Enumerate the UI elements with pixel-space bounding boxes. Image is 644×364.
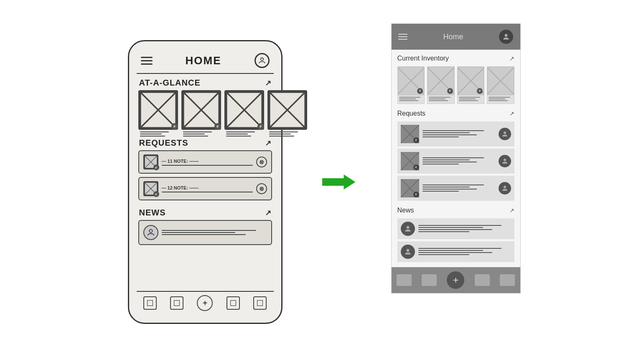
svg-line-12 xyxy=(269,92,305,128)
sketch-inv-item[interactable]: # xyxy=(138,90,178,130)
mockup-inv-badge: # xyxy=(417,88,423,94)
mockup-nav-home-icon[interactable] xyxy=(397,274,412,286)
mockup-phone: Home Current Inventory ↗ xyxy=(391,23,521,293)
mockup-news-lines xyxy=(418,248,511,255)
mockup-inv-image: # xyxy=(428,67,454,95)
mockup-nav-list-icon[interactable] xyxy=(422,274,437,286)
mockup-nav-notifications-icon[interactable] xyxy=(475,274,490,286)
mockup-avatar-icon[interactable] xyxy=(499,30,513,44)
mockup-inventory-title: Current Inventory xyxy=(397,55,449,62)
sketch-at-a-glance-header: AT-A-GLANCE ↗ xyxy=(137,74,274,90)
svg-rect-4 xyxy=(183,92,219,128)
sketch-nav-home-icon[interactable] xyxy=(143,296,157,310)
mockup-news-list xyxy=(397,218,514,262)
svg-rect-21 xyxy=(174,301,180,306)
sketch-req-note-label: — 12 NOTE: —— xyxy=(162,185,253,190)
svg-point-49 xyxy=(406,226,409,229)
sketch-req-badge: # xyxy=(153,191,159,197)
sketch-hamburger-icon[interactable] xyxy=(141,57,153,65)
main-container: HOME AT-A-GLANCE ↗ # xyxy=(0,0,644,364)
sketch-req-line xyxy=(162,192,253,192)
mockup-inv-lines xyxy=(458,95,484,104)
mockup-req-lines xyxy=(423,130,495,137)
mockup-nav-add-button[interactable]: + xyxy=(447,271,464,289)
sketch-requests-export-icon[interactable]: ↗ xyxy=(265,139,271,148)
sketch-nav-add-icon[interactable]: + xyxy=(197,295,213,311)
sketch-news-export-icon[interactable]: ↗ xyxy=(265,208,271,217)
sketch-inv-lines xyxy=(225,131,263,136)
svg-point-50 xyxy=(406,249,409,252)
mockup-request-item[interactable]: # xyxy=(397,121,514,147)
mockup-header: Home xyxy=(392,24,520,50)
mockup-inventory-grid: # # xyxy=(397,66,514,104)
sketch-req-thumb: # xyxy=(143,154,158,169)
sketch-news-item[interactable] xyxy=(138,220,272,245)
svg-point-40 xyxy=(504,131,506,134)
mockup-req-badge: # xyxy=(413,137,419,143)
svg-line-11 xyxy=(269,92,305,128)
sketch-nav-list-icon[interactable] xyxy=(170,296,183,310)
mockup-news-item[interactable] xyxy=(397,241,514,262)
svg-rect-1 xyxy=(140,92,176,128)
mockup-inv-item[interactable]: # xyxy=(427,66,455,104)
mockup-inv-lines xyxy=(398,95,425,104)
mockup-req-avatar-icon xyxy=(499,182,511,195)
sketch-req-action-icon[interactable]: ⊗ xyxy=(256,183,267,194)
mockup-req-lines xyxy=(423,185,495,192)
mockup-inv-image: # xyxy=(458,67,484,95)
sketch-request-item[interactable]: # — 12 NOTE: —— ⊗ xyxy=(138,177,272,200)
mockup-inv-image: # xyxy=(398,67,425,95)
mockup-inv-lines xyxy=(487,95,514,104)
mockup-news-item[interactable] xyxy=(397,218,514,239)
mockup-inv-item[interactable] xyxy=(487,66,514,104)
svg-line-9 xyxy=(226,92,262,128)
sketch-req-content: — 11 NOTE: —— xyxy=(162,159,253,166)
sketch-news-content xyxy=(162,230,267,235)
mockup-req-avatar-icon xyxy=(499,155,511,167)
svg-point-44 xyxy=(504,159,506,161)
sketch-at-a-glance-title: AT-A-GLANCE xyxy=(139,78,201,88)
mockup-hamburger-icon[interactable] xyxy=(398,34,407,40)
mockup-news-lines xyxy=(418,225,511,232)
svg-line-8 xyxy=(226,92,262,128)
mockup-req-badge: # xyxy=(413,192,419,197)
mockup-req-avatar-icon xyxy=(499,128,511,140)
mockup-inv-badge: # xyxy=(447,88,453,94)
mockup-request-list: # # xyxy=(397,121,514,201)
sketch-inv-item[interactable]: # xyxy=(224,90,264,130)
svg-point-48 xyxy=(504,186,506,188)
sketch-inventory-row: # # # xyxy=(137,90,274,134)
mockup-request-item[interactable]: # xyxy=(397,176,514,201)
mockup-req-thumb: # xyxy=(401,152,419,170)
mockup-bottom-nav: + xyxy=(392,267,520,293)
arrow-icon xyxy=(322,174,356,190)
sketch-phone: HOME AT-A-GLANCE ↗ # xyxy=(128,40,283,324)
mockup-nav-settings-icon[interactable] xyxy=(500,274,515,286)
mockup-inv-item[interactable]: # xyxy=(457,66,485,104)
svg-rect-10 xyxy=(269,92,305,128)
mockup-side: Home Current Inventory ↗ xyxy=(389,23,523,341)
mockup-inv-image xyxy=(487,67,514,95)
svg-rect-23 xyxy=(257,301,263,306)
sketch-avatar-icon[interactable] xyxy=(255,53,270,68)
svg-line-3 xyxy=(140,92,176,128)
sketch-header: HOME xyxy=(137,50,274,74)
sketch-nav-settings-icon[interactable] xyxy=(253,296,267,310)
sketch-req-content: — 12 NOTE: —— xyxy=(162,185,253,192)
mockup-req-badge: # xyxy=(413,164,419,170)
sketch-at-a-glance-export-icon[interactable]: ↗ xyxy=(265,78,271,88)
sketch-nav-notifications-icon[interactable] xyxy=(227,296,240,310)
sketch-inv-badge: # xyxy=(214,123,221,130)
mockup-news-export-icon[interactable]: ↗ xyxy=(509,207,514,214)
sketch-req-action-icon[interactable]: ⊗ xyxy=(256,157,267,167)
mockup-content: Current Inventory ↗ # xyxy=(392,50,520,267)
mockup-inventory-export-icon[interactable]: ↗ xyxy=(509,55,514,62)
mockup-requests-export-icon[interactable]: ↗ xyxy=(509,110,514,117)
svg-line-5 xyxy=(183,92,219,128)
mockup-request-item[interactable]: # xyxy=(397,149,514,174)
sketch-inv-item[interactable]: # xyxy=(181,90,221,130)
mockup-news-avatar-icon xyxy=(401,222,415,236)
sketch-request-item[interactable]: # — 11 NOTE: —— ⊗ xyxy=(138,150,272,174)
sketch-inv-item[interactable] xyxy=(267,90,307,130)
mockup-inv-item[interactable]: # xyxy=(397,66,425,104)
